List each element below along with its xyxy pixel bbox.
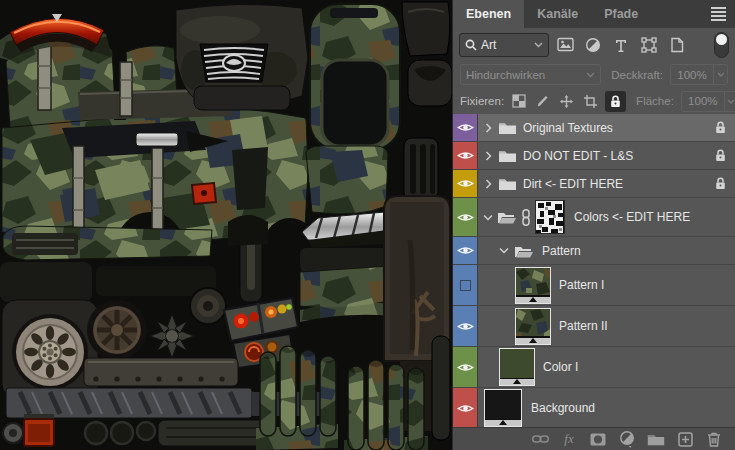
- folder-open-icon: [514, 244, 534, 258]
- lock-pixels-button[interactable]: [533, 92, 552, 111]
- thumbnail-strip: [516, 296, 550, 303]
- layer-filtering-toggle[interactable]: [714, 32, 729, 58]
- mask-icon: [590, 433, 606, 446]
- layer-thumbnail[interactable]: [484, 389, 522, 427]
- layer-thumbnail[interactable]: [499, 348, 535, 386]
- search-icon: [465, 39, 477, 51]
- filter-adjustment-layers-button[interactable]: [581, 33, 605, 57]
- visibility-toggle[interactable]: [453, 265, 478, 305]
- new-layer-button[interactable]: [676, 430, 694, 448]
- layers-panel: Ebenen Kanäle Pfade Art: [452, 0, 735, 450]
- new-group-button[interactable]: [647, 430, 665, 448]
- eye-icon: [457, 403, 474, 414]
- chevron-right-icon[interactable]: [485, 179, 492, 189]
- panel-tab-bar: Ebenen Kanäle Pfade: [453, 0, 735, 28]
- layer-name: Pattern II: [559, 319, 608, 333]
- layer-row-original-textures[interactable]: Original Textures: [453, 114, 735, 142]
- layer-list: Original Textures DO NOT EDIT - L&S: [453, 114, 735, 427]
- layers-panel-toolbar: fx: [453, 427, 735, 450]
- eye-icon: [457, 178, 474, 189]
- trash-icon: [707, 432, 721, 447]
- layer-mask-thumbnail[interactable]: [535, 200, 565, 234]
- smart-objects-icon: [670, 37, 684, 53]
- new-adjustment-layer-button[interactable]: [618, 430, 636, 448]
- chevron-right-icon[interactable]: [485, 123, 492, 133]
- lock-transparency-icon: [512, 94, 526, 108]
- fx-icon: fx: [564, 431, 573, 447]
- mask-link-icon[interactable]: [521, 209, 531, 226]
- visibility-toggle[interactable]: [453, 388, 478, 427]
- hidden-eye-box: [460, 280, 471, 291]
- delete-layer-button[interactable]: [705, 430, 723, 448]
- shape-layers-icon: [641, 37, 657, 53]
- visibility-toggle[interactable]: [453, 306, 478, 346]
- lock-icon: [715, 149, 726, 162]
- lock-label: Fixieren:: [460, 95, 504, 107]
- lock-transparency-button[interactable]: [509, 92, 528, 111]
- tab-kanaele[interactable]: Kanäle: [524, 0, 591, 28]
- layer-row-color-1[interactable]: Color I: [453, 347, 735, 388]
- fill-input: 100%: [681, 91, 735, 112]
- layer-row-do-not-edit[interactable]: DO NOT EDIT - L&S: [453, 142, 735, 170]
- panel-menu-icon: [711, 7, 726, 21]
- lock-icon: [715, 177, 726, 190]
- pattern-thumbnail-image: [516, 268, 550, 295]
- document-canvas[interactable]: [0, 0, 452, 450]
- eye-icon: [457, 122, 474, 133]
- chevron-right-icon[interactable]: [485, 151, 492, 161]
- layer-row-pattern-2[interactable]: Pattern II: [453, 306, 735, 347]
- chevron-down-icon: [586, 72, 595, 78]
- folder-icon: [498, 149, 517, 163]
- folder-icon: [647, 433, 665, 446]
- visibility-toggle[interactable]: [453, 170, 478, 197]
- blend-mode-value: Hindurchwirken: [466, 69, 545, 81]
- layer-row-pattern-1[interactable]: Pattern I: [453, 265, 735, 306]
- blend-mode-dropdown: Hindurchwirken: [460, 64, 601, 85]
- tab-pfade[interactable]: Pfade: [591, 0, 651, 28]
- link-icon: [532, 434, 549, 444]
- lock-position-icon: [559, 94, 574, 109]
- layer-row-pattern-group[interactable]: Pattern: [453, 237, 735, 265]
- panel-menu-button[interactable]: [711, 0, 735, 28]
- lock-all-button[interactable]: [605, 91, 626, 112]
- eye-icon: [457, 362, 474, 373]
- type-layers-icon: [614, 38, 628, 52]
- link-layers-button[interactable]: [531, 430, 549, 448]
- filter-kind-dropdown[interactable]: Art: [459, 33, 549, 57]
- blend-mode-row: Hindurchwirken Deckkraft: 100%: [453, 61, 735, 88]
- texture-atlas-image: [0, 0, 452, 450]
- layer-thumbnail[interactable]: [515, 308, 551, 345]
- layer-row-dirt[interactable]: Dirt <- EDIT HERE: [453, 170, 735, 198]
- lock-artboard-icon: [583, 94, 598, 109]
- chevron-down-icon[interactable]: [483, 214, 493, 221]
- layer-row-background[interactable]: Background: [453, 388, 735, 427]
- layer-row-colors[interactable]: Colors <- EDIT HERE: [453, 198, 735, 237]
- layer-name: DO NOT EDIT - L&S: [523, 149, 633, 163]
- filter-shape-layers-button[interactable]: [637, 33, 661, 57]
- layer-effects-button[interactable]: fx: [560, 430, 578, 448]
- thumbnail-strip: [516, 337, 550, 344]
- visibility-toggle[interactable]: [453, 142, 478, 169]
- lock-artboard-button[interactable]: [581, 92, 600, 111]
- lock-position-button[interactable]: [557, 92, 576, 111]
- filter-type-layers-button[interactable]: [609, 33, 633, 57]
- chevron-down-icon[interactable]: [499, 247, 509, 254]
- visibility-toggle[interactable]: [453, 237, 478, 264]
- layer-thumbnail[interactable]: [515, 267, 551, 304]
- new-layer-icon: [678, 432, 693, 447]
- layer-name: Colors <- EDIT HERE: [574, 210, 690, 224]
- adjustment-icon: [619, 431, 635, 448]
- visibility-toggle[interactable]: [453, 198, 478, 236]
- lock-pixels-icon: [536, 94, 550, 108]
- tab-ebenen[interactable]: Ebenen: [453, 0, 524, 28]
- visibility-toggle[interactable]: [453, 347, 478, 387]
- filter-smart-objects-button[interactable]: [665, 33, 689, 57]
- photoshop-window: Ebenen Kanäle Pfade Art: [0, 0, 735, 450]
- add-mask-button[interactable]: [589, 430, 607, 448]
- eye-icon: [457, 212, 474, 223]
- filter-pixel-layers-button[interactable]: [553, 33, 577, 57]
- toggle-knob: [716, 34, 727, 45]
- folder-icon: [498, 121, 517, 135]
- opacity-input: 100%: [670, 64, 728, 85]
- visibility-toggle[interactable]: [453, 114, 478, 141]
